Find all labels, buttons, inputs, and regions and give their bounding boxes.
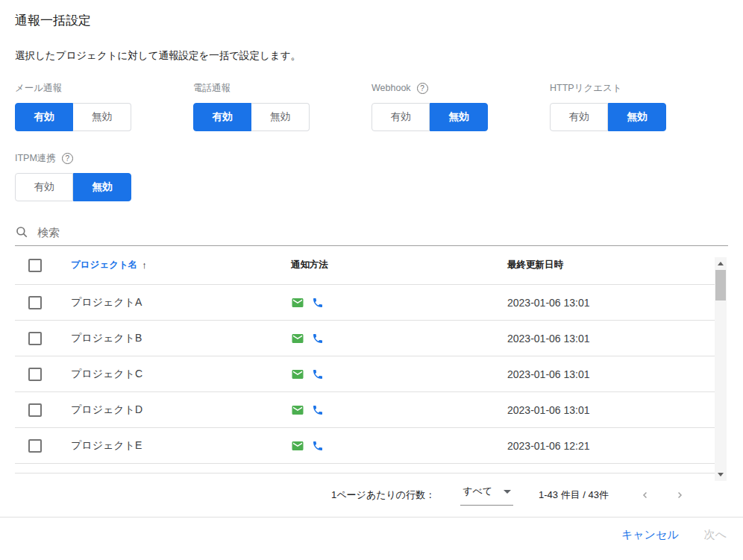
last-updated: 2023-01-06 13:01 [507,368,715,380]
dialog-footer: キャンセル 次へ [0,517,743,552]
table-row[interactable]: プロジェクトE 2023-01-06 12:21 [15,428,715,464]
enable-button[interactable]: 有効 [550,103,608,131]
toggle-buttons: 有効 無効 [15,173,131,201]
notification-methods [291,332,507,345]
toggle-buttons: 有効 無効 [193,103,310,131]
toggle-buttons: 有効 無効 [372,103,488,131]
last-updated: 2023-01-06 13:01 [507,297,715,309]
disable-button[interactable]: 無効 [73,103,131,131]
search-icon [15,225,28,239]
scroll-up-icon[interactable] [718,262,724,265]
bulk-notification-settings-dialog: 通報一括設定 選択したプロジェクトに対して通報設定を一括で設定します。 メール通… [0,0,743,560]
last-updated: 2023-01-06 12:21 [507,440,715,452]
help-icon[interactable]: ? [417,83,428,94]
column-header-updated: 最終更新日時 [507,259,715,271]
enable-button[interactable]: 有効 [193,103,251,131]
cancel-button[interactable]: キャンセル [621,528,679,542]
disable-button[interactable]: 無効 [430,103,488,131]
notification-toggle-group: Webhook ? 有効 無効 [372,82,550,131]
column-header-project-name[interactable]: プロジェクト名 ↑ [71,259,291,271]
project-name: プロジェクトE [71,439,291,453]
table-row[interactable]: プロジェクトC 2023-01-06 13:01 [15,356,715,392]
next-button[interactable]: 次へ [704,528,727,542]
rows-per-page-label: 1ページあたりの行数： [331,488,435,502]
notification-methods [291,403,507,417]
toggle-label: HTTPリクエスト [550,82,622,95]
row-checkbox[interactable] [28,439,42,453]
table-row[interactable]: プロジェクトB 2023-01-06 13:01 [15,321,715,356]
table-header-row: プロジェクト名 ↑ 通知方法 最終更新日時 [15,246,715,285]
phone-icon [312,333,324,345]
project-name: プロジェクトD [71,403,291,417]
chevron-right-icon [674,490,685,500]
pagination-range: 1-43 件目 / 43件 [539,488,609,502]
row-checkbox[interactable] [28,296,42,309]
table-body: プロジェクトA 2023-01-06 13:01 プロジェクトB 2023-01… [15,285,728,464]
mail-icon [291,403,304,417]
enable-button[interactable]: 有効 [372,103,430,131]
notification-toggle-section: メール通報 有効 無効 電話通報 有効 無効 Webhook ? 有効 無効 H… [15,82,728,201]
rows-per-page-select[interactable]: すべて [460,485,513,506]
toggle-label: ITPM連携 [15,152,56,165]
prev-page-button[interactable] [640,490,650,500]
mail-icon [291,439,304,453]
table-row[interactable]: プロジェクトD 2023-01-06 13:01 [15,392,715,428]
notification-methods [291,439,507,453]
next-page-button[interactable] [674,490,685,500]
search-bar [15,225,728,246]
phone-icon [312,440,324,452]
partial-next-row [15,464,715,474]
mail-icon [291,332,304,345]
page-description: 選択したプロジェクトに対して通報設定を一括で設定します。 [15,49,728,63]
pagination-bar: 1ページあたりの行数： すべて 1-43 件目 / 43件 [15,474,728,517]
toggle-label: メール通報 [15,82,62,95]
toggle-buttons: 有効 無効 [550,103,666,131]
chevron-left-icon [640,490,650,500]
mail-icon [291,368,304,381]
column-header-methods: 通知方法 [291,259,507,271]
toggle-buttons: 有効 無効 [15,103,131,131]
project-name: プロジェクトC [71,368,291,381]
row-checkbox[interactable] [28,332,42,345]
project-name: プロジェクトB [71,332,291,345]
disable-button[interactable]: 無効 [608,103,666,131]
help-icon[interactable]: ? [62,153,73,164]
notification-toggle-group: メール通報 有効 無効 [15,82,193,131]
scrollbar-thumb[interactable] [715,270,726,301]
select-all-checkbox[interactable] [28,259,42,272]
row-checkbox[interactable] [28,403,42,417]
notification-toggle-group: 電話通報 有効 無効 [193,82,372,131]
scroll-down-icon[interactable] [718,473,724,476]
project-name: プロジェクトA [71,296,291,309]
disable-button[interactable]: 無効 [73,173,131,201]
notification-methods [291,368,507,381]
disable-button[interactable]: 無効 [251,103,310,131]
notification-toggle-group: ITPM連携 ? 有効 無効 [15,152,193,201]
phone-icon [312,368,324,380]
rows-per-page-value: すべて [463,485,492,498]
table-row[interactable]: プロジェクトA 2023-01-06 13:01 [15,285,715,321]
phone-icon [312,404,324,416]
search-input[interactable] [37,226,728,239]
phone-icon [312,297,324,309]
last-updated: 2023-01-06 13:01 [507,404,715,416]
row-checkbox[interactable] [28,368,42,381]
mail-icon [291,296,304,309]
enable-button[interactable]: 有効 [15,103,73,131]
toggle-label: 電話通報 [193,82,231,95]
table-scrollbar[interactable] [715,257,727,481]
dropdown-arrow-icon [504,490,511,494]
page-title: 通報一括設定 [15,0,728,30]
notification-methods [291,296,507,309]
enable-button[interactable]: 有効 [15,173,73,201]
last-updated: 2023-01-06 13:01 [507,333,715,345]
notification-toggle-group: HTTPリクエスト 有効 無効 [550,82,728,131]
toggle-label: Webhook [372,83,411,93]
sort-asc-icon: ↑ [142,259,147,271]
